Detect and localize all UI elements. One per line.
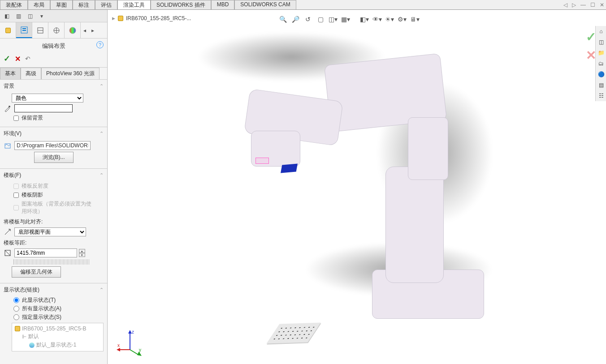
tab-sw-cam[interactable]: SOLIDWORKS CAM [234,0,296,9]
quick-dropdown-icon[interactable]: ▾ [37,11,47,21]
confirm-corner-cancel[interactable]: ✕ [586,48,596,63]
breadcrumb-assembly-icon [118,16,123,21]
manager-tab-display[interactable] [65,22,81,38]
breadcrumb-expand-icon[interactable]: ▶ [112,16,115,21]
spinner-up[interactable]: ▴ [79,249,85,253]
section-view-icon[interactable]: ▢ [316,14,325,24]
collapse-icon: ⌃ [100,83,104,89]
taskpane-view-palette-icon[interactable]: 🔵 [597,70,606,79]
taskpane-custom-props-icon[interactable]: ☷ [597,91,606,100]
manager-tabs-next[interactable]: ▸ [89,22,97,38]
floor-distance-input[interactable] [14,248,77,257]
quick-icon-1[interactable]: ◧ [2,11,12,21]
minimize-icon[interactable]: — [580,2,586,8]
config-icon: ⊩ [22,334,26,340]
taskpane-appearances-icon[interactable]: ▤ [597,81,606,90]
view-orientation-icon[interactable]: ◫▾ [328,14,338,24]
tab-layout[interactable]: 布局 [28,0,50,9]
subtab-basic[interactable]: 基本 [0,68,21,79]
ds-all-radio[interactable] [13,306,19,312]
window-controls: ◁ ▷ — ☐ ✕ [563,0,604,10]
display-style-icon[interactable]: ▦▾ [341,14,351,24]
tab-evaluate[interactable]: 评估 [95,0,117,9]
svg-point-8 [69,27,76,34]
taskpane-home-icon[interactable]: ⌂ [597,27,606,36]
heads-up-toolbar: 🔍 🔎 ↺ ▢ ◫▾ ▦▾ ◧▾ 👁▾ ☀▾ ⚙▾ 🖥▾ [278,14,420,24]
offset-to-geometry-button[interactable]: 偏移至几何体 [12,266,61,278]
triad-y-label: y [139,347,141,352]
ds-spec-label: 指定显示状态(S) [22,313,61,321]
ok-button[interactable]: ✓ [4,54,10,64]
browse-button[interactable]: 浏览(B)... [34,152,74,163]
keep-background-label: 保留背景 [22,114,43,122]
floor-shadow-checkbox[interactable] [13,193,19,198]
svg-point-9 [9,106,10,107]
section-display-state: 显示状态(链接) ⌃ 此显示状态(T) 所有显示状态(A) 指定显示状态(S) … [0,283,107,355]
eyedropper-icon[interactable] [4,104,12,112]
edit-appearance-icon[interactable]: 👁▾ [372,14,382,24]
floor-reflect-label: 楼板反射度 [22,182,48,190]
taskpane-resources-icon[interactable]: ◫ [597,38,606,47]
section-background-header[interactable]: 背景 ⌃ [4,82,104,92]
background-type-select[interactable]: 颜色 [12,94,83,103]
keep-background-checkbox[interactable] [13,116,19,121]
section-environment-header[interactable]: 环境(V) ⌃ [4,130,104,139]
floor-align-select[interactable]: 底部视图平面 [14,227,86,236]
property-panel: ◧ ▥ ◫ ▾ ◂ ▸ 编辑布景 ? ✓ ✕ ↶ 基本 高级 PhotoView… [0,10,108,364]
ds-this-radio[interactable] [13,297,19,303]
prev-window-icon[interactable]: ◁ [563,2,567,8]
hide-show-icon[interactable]: ◧▾ [359,14,369,24]
environment-path-input[interactable] [14,141,91,150]
manager-tab-config[interactable] [32,22,48,38]
display-state-icon [29,343,35,348]
assembly-icon [15,326,20,331]
apply-scene-icon[interactable]: ☀▾ [385,14,394,24]
collapse-icon: ⌃ [100,131,104,137]
tab-assembly[interactable]: 装配体 [0,0,28,9]
help-icon[interactable]: ? [96,41,104,48]
ds-spec-radio[interactable] [13,314,19,320]
subtab-advanced[interactable]: 高级 [21,68,41,79]
cancel-button[interactable]: ✕ [15,55,21,63]
quick-icon-3[interactable]: ◫ [25,11,35,21]
section-floor-header[interactable]: 楼板(F) ⌃ [4,171,104,181]
floor-shadow-label: 楼板阴影 [22,191,43,199]
confirm-corner-ok[interactable]: ✓ [586,30,596,44]
manager-tab-property[interactable] [16,22,32,38]
quick-icon-2[interactable]: ▥ [13,11,23,21]
manager-tabs-prev[interactable]: ◂ [81,22,89,38]
next-window-icon[interactable]: ▷ [572,2,576,8]
undo-button[interactable]: ↶ [25,55,30,62]
tab-render-tools[interactable]: 渲染工具 [117,0,151,9]
breadcrumb-doc-name[interactable]: IRB6700_155-285_IRC5-... [126,15,191,21]
spinner-down[interactable]: ▾ [79,253,85,257]
tab-sketch[interactable]: 草图 [50,0,73,9]
graphics-viewport[interactable]: ▶ IRB6700_155-285_IRC5-... 🔍 🔎 ↺ ▢ ◫▾ ▦▾… [108,10,606,364]
floor-distance-slider[interactable] [13,259,90,265]
background-color-swatch[interactable] [14,104,73,112]
taskpane-design-library-icon[interactable]: 📁 [597,48,606,57]
floor-align-label: 将楼板与此对齐: [4,218,104,226]
section-display-state-label: 显示状态(链接) [4,286,39,294]
tab-sw-addins[interactable]: SOLIDWORKS 插件 [151,0,211,9]
render-tools-icon[interactable]: 🖥▾ [410,14,420,24]
floor-reflect-checkbox [13,184,19,189]
display-state-tree[interactable]: IRB6700_155-285_IRC5-B ⊩默认 默认_显示状态-1 [12,323,104,351]
taskpane-file-explorer-icon[interactable]: 🗂 [597,59,606,68]
svg-rect-10 [5,144,10,148]
manager-tab-feature[interactable] [0,22,16,38]
confirm-corner: ✓ ✕ [586,30,596,63]
tab-annotate[interactable]: 标注 [73,0,95,9]
section-display-state-header[interactable]: 显示状态(链接) ⌃ [4,286,104,295]
zoom-fit-icon[interactable]: 🔍 [278,14,288,24]
close-icon[interactable]: ✕ [600,2,604,8]
zoom-area-icon[interactable]: 🔎 [290,14,300,24]
view-settings-icon[interactable]: ⚙▾ [397,14,407,24]
maximize-icon[interactable]: ☐ [590,2,595,8]
manager-tab-dim[interactable] [48,22,65,38]
subtab-photoview[interactable]: PhotoView 360 光源 [41,68,100,79]
tab-mbd[interactable]: MBD [211,0,235,9]
view-triad[interactable]: z x y [117,329,143,356]
previous-view-icon[interactable]: ↺ [303,14,313,24]
collapse-icon: ⌃ [100,287,104,293]
